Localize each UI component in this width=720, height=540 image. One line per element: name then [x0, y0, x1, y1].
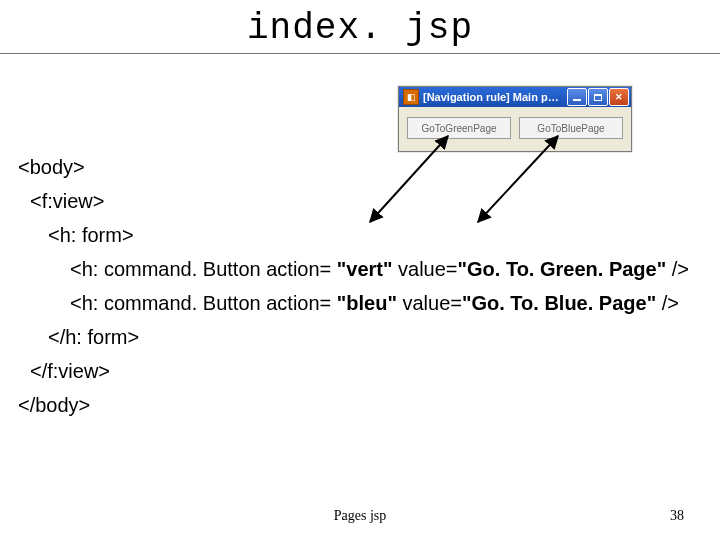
window-title: [Navigation rule] Main page… — [423, 91, 563, 103]
maximize-button[interactable] — [588, 88, 608, 106]
code-line: <h: command. Button action= "vert" value… — [18, 252, 689, 286]
go-to-green-page-button[interactable]: GoToGreenPage — [407, 117, 511, 139]
minimize-button[interactable] — [567, 88, 587, 106]
page-number: 38 — [670, 508, 684, 524]
footer-label: Pages jsp — [0, 508, 720, 524]
slide: index. jsp ◧ [Navigation rule] Main page… — [0, 0, 720, 540]
code-line: <h: command. Button action= "bleu" value… — [18, 286, 689, 320]
window-controls: ✕ — [567, 88, 629, 106]
navigation-window: ◧ [Navigation rule] Main page… ✕ GoToGre… — [398, 86, 632, 152]
window-titlebar: ◧ [Navigation rule] Main page… ✕ — [399, 87, 631, 107]
code-block: <body> <f:view> <h: form> <h: command. B… — [18, 150, 689, 422]
go-to-blue-page-button[interactable]: GoToBluePage — [519, 117, 623, 139]
code-line: <f:view> — [18, 184, 689, 218]
code-line: </h: form> — [18, 320, 689, 354]
code-line: <body> — [18, 150, 689, 184]
code-line: <h: form> — [18, 218, 689, 252]
window-app-icon: ◧ — [403, 89, 419, 105]
close-button[interactable]: ✕ — [609, 88, 629, 106]
page-title: index. jsp — [0, 8, 720, 54]
window-client-area: GoToGreenPage GoToBluePage — [399, 107, 631, 151]
code-line: </body> — [18, 388, 689, 422]
code-line: </f:view> — [18, 354, 689, 388]
